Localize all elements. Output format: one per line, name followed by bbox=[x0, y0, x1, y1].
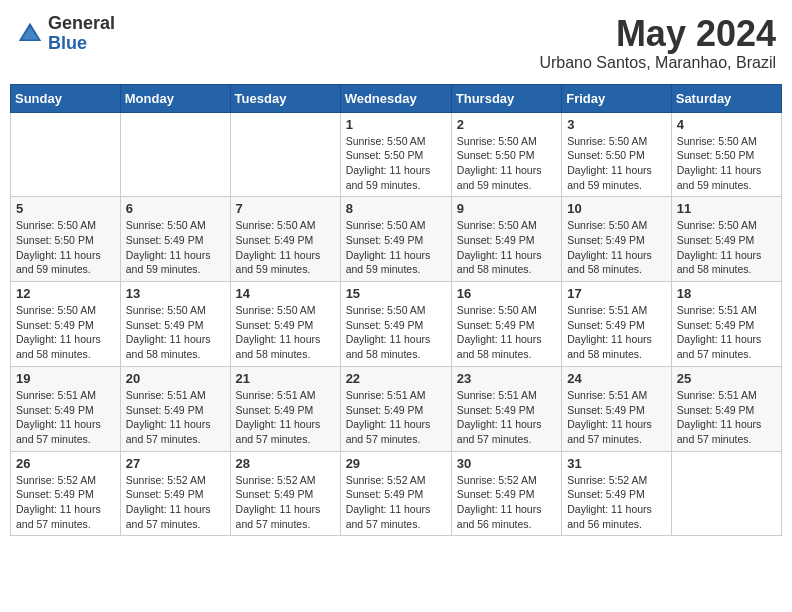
day-cell: 14Sunrise: 5:50 AM Sunset: 5:49 PM Dayli… bbox=[230, 282, 340, 367]
title-month: May 2024 bbox=[539, 14, 776, 54]
weekday-header-thursday: Thursday bbox=[451, 84, 561, 112]
day-number: 10 bbox=[567, 201, 666, 216]
day-cell: 7Sunrise: 5:50 AM Sunset: 5:49 PM Daylig… bbox=[230, 197, 340, 282]
day-cell: 22Sunrise: 5:51 AM Sunset: 5:49 PM Dayli… bbox=[340, 366, 451, 451]
day-info: Sunrise: 5:52 AM Sunset: 5:49 PM Dayligh… bbox=[236, 473, 335, 532]
day-cell: 21Sunrise: 5:51 AM Sunset: 5:49 PM Dayli… bbox=[230, 366, 340, 451]
logo: General Blue bbox=[16, 14, 115, 54]
day-cell: 25Sunrise: 5:51 AM Sunset: 5:49 PM Dayli… bbox=[671, 366, 781, 451]
day-cell: 16Sunrise: 5:50 AM Sunset: 5:49 PM Dayli… bbox=[451, 282, 561, 367]
week-row-1: 1Sunrise: 5:50 AM Sunset: 5:50 PM Daylig… bbox=[11, 112, 782, 197]
day-info: Sunrise: 5:50 AM Sunset: 5:49 PM Dayligh… bbox=[346, 303, 446, 362]
weekday-header-row: SundayMondayTuesdayWednesdayThursdayFrid… bbox=[11, 84, 782, 112]
day-info: Sunrise: 5:50 AM Sunset: 5:49 PM Dayligh… bbox=[677, 218, 776, 277]
day-number: 9 bbox=[457, 201, 556, 216]
logo-blue-text: Blue bbox=[48, 34, 115, 54]
day-cell: 18Sunrise: 5:51 AM Sunset: 5:49 PM Dayli… bbox=[671, 282, 781, 367]
day-info: Sunrise: 5:50 AM Sunset: 5:50 PM Dayligh… bbox=[457, 134, 556, 193]
day-cell bbox=[230, 112, 340, 197]
weekday-header-friday: Friday bbox=[562, 84, 672, 112]
weekday-header-tuesday: Tuesday bbox=[230, 84, 340, 112]
day-number: 13 bbox=[126, 286, 225, 301]
day-number: 23 bbox=[457, 371, 556, 386]
day-number: 14 bbox=[236, 286, 335, 301]
day-number: 2 bbox=[457, 117, 556, 132]
day-number: 21 bbox=[236, 371, 335, 386]
day-number: 18 bbox=[677, 286, 776, 301]
day-cell: 23Sunrise: 5:51 AM Sunset: 5:49 PM Dayli… bbox=[451, 366, 561, 451]
day-cell: 5Sunrise: 5:50 AM Sunset: 5:50 PM Daylig… bbox=[11, 197, 121, 282]
day-number: 16 bbox=[457, 286, 556, 301]
title-location: Urbano Santos, Maranhao, Brazil bbox=[539, 54, 776, 72]
day-cell: 15Sunrise: 5:50 AM Sunset: 5:49 PM Dayli… bbox=[340, 282, 451, 367]
weekday-header-saturday: Saturday bbox=[671, 84, 781, 112]
day-info: Sunrise: 5:50 AM Sunset: 5:49 PM Dayligh… bbox=[346, 218, 446, 277]
day-cell: 19Sunrise: 5:51 AM Sunset: 5:49 PM Dayli… bbox=[11, 366, 121, 451]
day-cell: 11Sunrise: 5:50 AM Sunset: 5:49 PM Dayli… bbox=[671, 197, 781, 282]
day-number: 19 bbox=[16, 371, 115, 386]
day-info: Sunrise: 5:50 AM Sunset: 5:49 PM Dayligh… bbox=[236, 218, 335, 277]
weekday-header-monday: Monday bbox=[120, 84, 230, 112]
day-number: 29 bbox=[346, 456, 446, 471]
day-number: 26 bbox=[16, 456, 115, 471]
day-info: Sunrise: 5:52 AM Sunset: 5:49 PM Dayligh… bbox=[567, 473, 666, 532]
week-row-5: 26Sunrise: 5:52 AM Sunset: 5:49 PM Dayli… bbox=[11, 451, 782, 536]
day-number: 17 bbox=[567, 286, 666, 301]
day-number: 30 bbox=[457, 456, 556, 471]
day-cell: 24Sunrise: 5:51 AM Sunset: 5:49 PM Dayli… bbox=[562, 366, 672, 451]
day-info: Sunrise: 5:51 AM Sunset: 5:49 PM Dayligh… bbox=[567, 388, 666, 447]
day-cell: 17Sunrise: 5:51 AM Sunset: 5:49 PM Dayli… bbox=[562, 282, 672, 367]
day-number: 1 bbox=[346, 117, 446, 132]
week-row-2: 5Sunrise: 5:50 AM Sunset: 5:50 PM Daylig… bbox=[11, 197, 782, 282]
day-number: 31 bbox=[567, 456, 666, 471]
day-info: Sunrise: 5:51 AM Sunset: 5:49 PM Dayligh… bbox=[457, 388, 556, 447]
day-info: Sunrise: 5:50 AM Sunset: 5:49 PM Dayligh… bbox=[126, 303, 225, 362]
day-cell: 30Sunrise: 5:52 AM Sunset: 5:49 PM Dayli… bbox=[451, 451, 561, 536]
day-info: Sunrise: 5:50 AM Sunset: 5:49 PM Dayligh… bbox=[126, 218, 225, 277]
day-cell: 10Sunrise: 5:50 AM Sunset: 5:49 PM Dayli… bbox=[562, 197, 672, 282]
logo-text: General Blue bbox=[48, 14, 115, 54]
day-number: 24 bbox=[567, 371, 666, 386]
day-info: Sunrise: 5:50 AM Sunset: 5:50 PM Dayligh… bbox=[346, 134, 446, 193]
day-number: 5 bbox=[16, 201, 115, 216]
day-cell: 1Sunrise: 5:50 AM Sunset: 5:50 PM Daylig… bbox=[340, 112, 451, 197]
day-cell: 6Sunrise: 5:50 AM Sunset: 5:49 PM Daylig… bbox=[120, 197, 230, 282]
day-info: Sunrise: 5:52 AM Sunset: 5:49 PM Dayligh… bbox=[457, 473, 556, 532]
day-number: 28 bbox=[236, 456, 335, 471]
day-cell: 28Sunrise: 5:52 AM Sunset: 5:49 PM Dayli… bbox=[230, 451, 340, 536]
week-row-3: 12Sunrise: 5:50 AM Sunset: 5:49 PM Dayli… bbox=[11, 282, 782, 367]
day-number: 12 bbox=[16, 286, 115, 301]
day-info: Sunrise: 5:51 AM Sunset: 5:49 PM Dayligh… bbox=[346, 388, 446, 447]
day-number: 27 bbox=[126, 456, 225, 471]
day-info: Sunrise: 5:51 AM Sunset: 5:49 PM Dayligh… bbox=[16, 388, 115, 447]
day-info: Sunrise: 5:52 AM Sunset: 5:49 PM Dayligh… bbox=[16, 473, 115, 532]
day-cell: 12Sunrise: 5:50 AM Sunset: 5:49 PM Dayli… bbox=[11, 282, 121, 367]
day-number: 22 bbox=[346, 371, 446, 386]
weekday-header-wednesday: Wednesday bbox=[340, 84, 451, 112]
day-cell: 8Sunrise: 5:50 AM Sunset: 5:49 PM Daylig… bbox=[340, 197, 451, 282]
day-cell: 20Sunrise: 5:51 AM Sunset: 5:49 PM Dayli… bbox=[120, 366, 230, 451]
day-info: Sunrise: 5:50 AM Sunset: 5:50 PM Dayligh… bbox=[16, 218, 115, 277]
day-info: Sunrise: 5:51 AM Sunset: 5:49 PM Dayligh… bbox=[236, 388, 335, 447]
day-number: 11 bbox=[677, 201, 776, 216]
day-cell: 3Sunrise: 5:50 AM Sunset: 5:50 PM Daylig… bbox=[562, 112, 672, 197]
day-cell: 26Sunrise: 5:52 AM Sunset: 5:49 PM Dayli… bbox=[11, 451, 121, 536]
day-info: Sunrise: 5:51 AM Sunset: 5:49 PM Dayligh… bbox=[567, 303, 666, 362]
calendar-table: SundayMondayTuesdayWednesdayThursdayFrid… bbox=[10, 84, 782, 537]
day-cell bbox=[120, 112, 230, 197]
day-info: Sunrise: 5:52 AM Sunset: 5:49 PM Dayligh… bbox=[346, 473, 446, 532]
header: General Blue May 2024 Urbano Santos, Mar… bbox=[10, 10, 782, 76]
day-number: 20 bbox=[126, 371, 225, 386]
day-cell bbox=[11, 112, 121, 197]
day-info: Sunrise: 5:51 AM Sunset: 5:49 PM Dayligh… bbox=[677, 388, 776, 447]
weekday-header-sunday: Sunday bbox=[11, 84, 121, 112]
day-number: 7 bbox=[236, 201, 335, 216]
day-cell: 13Sunrise: 5:50 AM Sunset: 5:49 PM Dayli… bbox=[120, 282, 230, 367]
week-row-4: 19Sunrise: 5:51 AM Sunset: 5:49 PM Dayli… bbox=[11, 366, 782, 451]
day-cell bbox=[671, 451, 781, 536]
day-number: 15 bbox=[346, 286, 446, 301]
day-info: Sunrise: 5:52 AM Sunset: 5:49 PM Dayligh… bbox=[126, 473, 225, 532]
day-info: Sunrise: 5:50 AM Sunset: 5:50 PM Dayligh… bbox=[677, 134, 776, 193]
day-number: 25 bbox=[677, 371, 776, 386]
day-info: Sunrise: 5:51 AM Sunset: 5:49 PM Dayligh… bbox=[677, 303, 776, 362]
